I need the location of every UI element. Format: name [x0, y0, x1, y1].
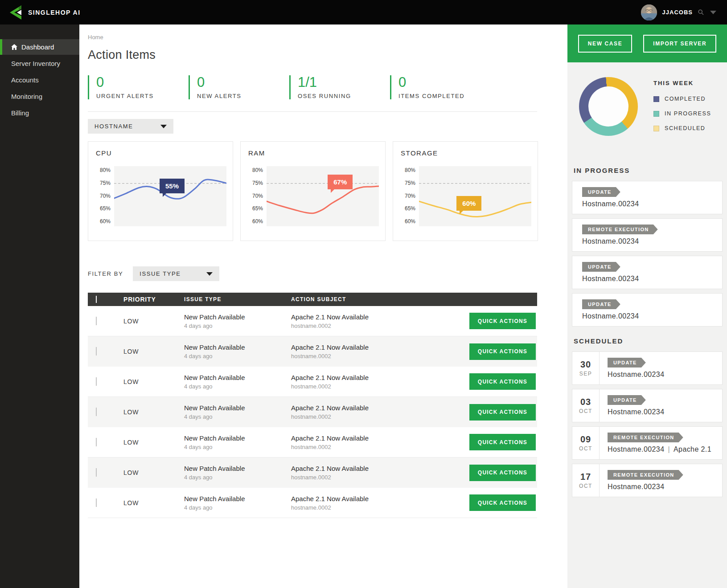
cpu-chart-card: CPU 80%75%70%65%60% 55% [88, 141, 233, 241]
in-progress-card[interactable]: UPDATE Hostname.00234 [572, 181, 723, 214]
page-title: Action Items [88, 48, 567, 62]
issue-type-header: ISSUE TYPE [175, 296, 282, 302]
row-checkbox[interactable] [96, 317, 97, 325]
search-icon[interactable] [698, 9, 704, 15]
sidebar-item-accounts[interactable]: Accounts [0, 72, 79, 88]
task-type-tag: UPDATE [582, 262, 620, 272]
chart-title: CPU [96, 149, 233, 157]
legend-item: SCHEDULED [653, 125, 711, 131]
table-row[interactable]: LOW New Patch Available 4 days ago Apach… [88, 457, 537, 488]
donut-legend: THIS WEEK COMPLETED IN PROGRESS SCHEDULE… [653, 77, 711, 140]
scheduled-day: 17 [580, 472, 591, 482]
row-issue-type: New Patch Available [184, 495, 282, 502]
issue-type-dropdown[interactable]: ISSUE TYPE [133, 266, 219, 281]
in-progress-card[interactable]: UPDATE Hostname.00234 [572, 293, 723, 327]
legend-item: COMPLETED [653, 96, 711, 102]
sidebar-item-billing[interactable]: Billing [0, 105, 79, 121]
hostname-dropdown-label: HOSTNAME [94, 123, 133, 130]
scheduled-card[interactable]: 09 OCT REMOTE EXECUTION Hostname.00234|A… [572, 426, 723, 460]
stat-value: 1/1 [298, 75, 390, 89]
table-body: LOW New Patch Available 4 days ago Apach… [88, 306, 537, 518]
breadcrumb[interactable]: Home [88, 34, 567, 41]
scheduled-heading: SCHEDULED [574, 337, 727, 345]
quick-actions-button[interactable]: QUICK ACTIONS [469, 494, 536, 511]
chart-tooltip: 55% [160, 179, 185, 193]
quick-actions-button[interactable]: QUICK ACTIONS [469, 434, 536, 450]
legend-label: SCHEDULED [665, 125, 706, 131]
task-type-tag: REMOTE EXECUTION [608, 470, 683, 480]
in-progress-card[interactable]: UPDATE Hostname.00234 [572, 256, 723, 289]
stat-card: 1/1 OSES RUNNING [289, 75, 390, 99]
scheduled-date: 09 OCT [572, 427, 600, 459]
scheduled-date: 30 SEP [572, 352, 600, 384]
chart-y-axis: 80%75%70%65%60% [248, 166, 267, 226]
scheduled-month: SEP [579, 371, 592, 377]
table-row[interactable]: LOW New Patch Available 4 days ago Apach… [88, 397, 537, 427]
quick-actions-button[interactable]: QUICK ACTIONS [469, 313, 536, 329]
row-checkbox[interactable] [96, 498, 97, 507]
import-server-button[interactable]: IMPORT SERVER [643, 35, 716, 53]
quick-actions-button[interactable]: QUICK ACTIONS [469, 465, 536, 481]
quick-actions-button[interactable]: QUICK ACTIONS [469, 343, 536, 360]
row-subject-host: hostname.0002 [291, 383, 458, 390]
avatar[interactable] [641, 4, 657, 20]
row-subject: Apache 2.1 Now Available [291, 495, 458, 502]
scheduled-card[interactable]: 30 SEP UPDATE Hostname.00234 [572, 351, 723, 385]
stat-card: 0 NEW ALERTS [189, 75, 289, 99]
quick-actions-button[interactable]: QUICK ACTIONS [469, 373, 536, 390]
sidebar-item-dashboard[interactable]: Dashboard [0, 39, 79, 55]
row-checkbox[interactable] [96, 377, 97, 386]
table-row[interactable]: LOW New Patch Available 4 days ago Apach… [88, 367, 537, 397]
row-subject: Apache 2.1 Now Available [291, 313, 458, 321]
user-menu[interactable]: JJACOBS [641, 4, 716, 20]
scheduled-day: 30 [580, 359, 591, 370]
table-row[interactable]: LOW New Patch Available 4 days ago Apach… [88, 336, 537, 367]
in-progress-card[interactable]: REMOTE EXECUTION Hostname.00234 [572, 218, 723, 252]
row-issue-type: New Patch Available [184, 404, 282, 412]
topbar: SINGLEHOP AI JJACOBS [0, 0, 727, 24]
scheduled-day: 09 [580, 434, 591, 445]
table-row[interactable]: LOW New Patch Available 4 days ago Apach… [88, 427, 537, 457]
select-all-checkbox[interactable] [96, 296, 97, 303]
sidebar-item-monitoring[interactable]: Monitoring [0, 89, 79, 104]
task-type-tag: UPDATE [582, 299, 620, 309]
stat-value: 0 [96, 75, 189, 89]
legend-item: IN PROGRESS [653, 110, 711, 117]
row-issue-age: 4 days ago [184, 413, 282, 420]
storage-chart-card: STORAGE 80%75%70%65%60% 60% [393, 141, 538, 241]
stat-label: NEW ALERTS [197, 93, 289, 99]
row-subject-host: hostname.0002 [291, 413, 458, 420]
row-issue-type: New Patch Available [184, 313, 282, 321]
issue-type-dropdown-label: ISSUE TYPE [140, 270, 181, 277]
scheduled-card[interactable]: 03 OCT UPDATE Hostname.00234 [572, 389, 723, 422]
hostname-dropdown[interactable]: HOSTNAME [88, 119, 173, 134]
sidebar-item-label: Billing [11, 109, 29, 117]
chart-tooltip: 60% [456, 196, 481, 211]
legend-swatch [653, 111, 659, 117]
row-issue-age: 4 days ago [184, 383, 282, 390]
quick-actions-button[interactable]: QUICK ACTIONS [469, 404, 536, 421]
sidebar-item-label: Monitoring [11, 93, 42, 100]
stat-card: 0 ITEMS COMPLETED [390, 75, 491, 99]
new-case-button[interactable]: NEW CASE [578, 35, 632, 53]
brand-name: SINGLEHOP AI [28, 9, 81, 16]
filter-row: FILTER BY ISSUE TYPE [88, 266, 567, 281]
sidebar-item-server-inventory[interactable]: Server Inventory [0, 56, 79, 71]
task-hostname: Hostname.00234 [608, 483, 683, 491]
scheduled-card[interactable]: 17 OCT REMOTE EXECUTION Hostname.00234 [572, 464, 723, 497]
row-checkbox[interactable] [96, 347, 97, 355]
table-row[interactable]: LOW New Patch Available 4 days ago Apach… [88, 306, 537, 336]
row-checkbox[interactable] [96, 438, 97, 446]
row-checkbox[interactable] [96, 408, 97, 416]
chart-title: STORAGE [401, 149, 538, 157]
row-subject: Apache 2.1 Now Available [291, 404, 458, 412]
row-issue-age: 4 days ago [184, 353, 282, 359]
row-checkbox[interactable] [96, 468, 97, 477]
task-hostname: Hostname.00234 [582, 200, 722, 208]
table-row[interactable]: LOW New Patch Available 4 days ago Apach… [88, 488, 537, 518]
chevron-down-icon[interactable] [710, 11, 716, 14]
chevron-down-icon [160, 125, 167, 128]
stat-card: 0 URGENT ALERTS [88, 75, 189, 99]
row-priority: LOW [123, 348, 139, 355]
scheduled-month: OCT [579, 483, 592, 489]
